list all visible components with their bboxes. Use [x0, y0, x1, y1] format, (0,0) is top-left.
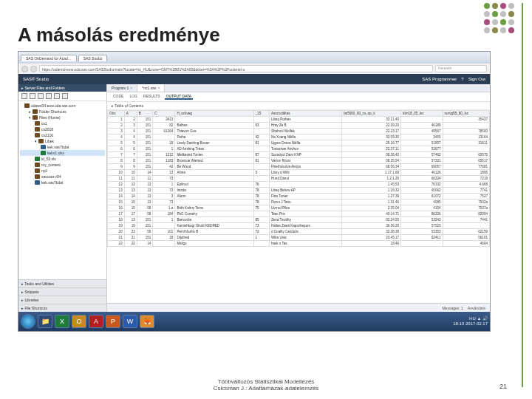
subtab-results[interactable]: RESULTS — [142, 94, 162, 100]
tree-item[interactable]: kek.sas7bdat — [20, 144, 105, 150]
table-row[interactable]: 1615581.aBrith Kalrny Tems75Uvrrud Pilce… — [108, 205, 490, 211]
explorer-icon[interactable]: 📁 — [38, 315, 52, 328]
sas-header: SAS® Studio SAS Programmer ? Sign Out — [18, 74, 490, 84]
browser-tab[interactable]: SAS Studio — [78, 55, 108, 61]
table-row[interactable]: 1414133Aform78Fina Tonier1.27.3961072752… — [108, 194, 490, 200]
table-row[interactable]: 1919151Kamishkogr Shuld KEDRED73Halias Z… — [108, 223, 490, 229]
output-table[interactable]: ObsABCH_szöveg_15Asszociáltaslat5500_60_… — [107, 110, 490, 303]
user-indicator[interactable]: Användare — [468, 306, 485, 310]
help-icon[interactable]: ? — [461, 77, 463, 81]
main-tabs: Program 1× *nc1.sas× — [107, 84, 490, 92]
col-header[interactable]: C — [153, 111, 175, 117]
col-header[interactable]: lat5500_60_cs_sp_ti — [342, 111, 401, 117]
col-header[interactable]: Obs — [108, 111, 125, 117]
col-header[interactable]: A — [124, 111, 137, 117]
tree-item[interactable]: ▾ Libek — [20, 138, 105, 144]
delete-icon[interactable] — [54, 93, 60, 99]
close-icon[interactable]: × — [130, 86, 132, 90]
main-pane: Program 1× *nc1.sas× CODE LOG RESULTS OU… — [107, 84, 490, 312]
tab-program[interactable]: Program 1× — [107, 84, 137, 92]
tree-item[interactable]: my_content — [20, 162, 105, 168]
table-row[interactable]: 10101413Almia3Libsy d Wifii1.17.1.694612… — [108, 170, 490, 176]
table-row[interactable]: 9915142Be WoodFinethosulva Atstya68.56.3… — [108, 164, 490, 170]
sub-tabs: CODE LOG RESULTS OUTPUT DATA — [107, 92, 490, 102]
table-row[interactable]: 11111173Hund Dazol1.2.1.29662247219 — [108, 176, 490, 182]
sidebar-section[interactable]: ▸ Tasks and Utilities — [18, 279, 106, 287]
col-header[interactable]: B — [137, 111, 152, 117]
url-field[interactable]: https://odamid-euw.oda.sas.com/SASStudio… — [39, 65, 433, 72]
sidebar-header[interactable]: ▸ Server Files and Folders — [18, 84, 106, 92]
tab-file[interactable]: *nc1.sas× — [137, 84, 165, 92]
search-field[interactable]: Keresés — [435, 65, 487, 72]
messages-indicator[interactable]: Messages: 1 — [442, 306, 463, 310]
table-row[interactable]: 2315182Balhas63Hray Ze B22.39.2046189 — [108, 123, 490, 129]
back-icon[interactable] — [21, 66, 28, 72]
col-header[interactable]: H_szöveg — [175, 111, 253, 117]
tree-item[interactable]: ▸ Folder Shortcuts — [20, 109, 105, 115]
powerpoint-icon[interactable]: P — [106, 315, 120, 328]
col-header[interactable]: kbn18_05_lsc — [401, 111, 443, 117]
table-row[interactable]: 661511AD Anshing TreasTonaszwe Artvhov22… — [108, 146, 490, 152]
slide-footer: Többváltozós Statisztikai Modellezés Csi… — [0, 378, 532, 392]
sas-role[interactable]: SAS Programmer — [422, 77, 457, 81]
page-number: 21 — [499, 383, 507, 390]
folder-tree: odaws04-euw.oda.sas.com ▸ Folder Shortcu… — [18, 101, 106, 279]
col-header[interactable]: _15 — [253, 111, 269, 117]
tree-item-selected[interactable]: kekv1.xlsx — [20, 150, 105, 156]
tree-item[interactable]: cs2018 — [20, 126, 105, 132]
tree-item[interactable]: cs1 — [20, 120, 105, 126]
system-tray[interactable]: HU ▲ 🔊18:19 2017.02.17 — [453, 316, 488, 326]
table-row[interactable]: 121512413Libay Pothes33.11.4035427 — [108, 117, 490, 123]
refresh-icon[interactable] — [30, 93, 35, 99]
new-icon[interactable] — [21, 93, 27, 99]
firefox-icon[interactable]: 🦊 — [140, 315, 154, 328]
subtab-log[interactable]: LOG — [128, 94, 139, 100]
table-row[interactable]: 202359101Perrzhbuhis B72d Cuallty Cezdol… — [108, 229, 490, 235]
word-icon[interactable]: W — [123, 315, 137, 328]
tree-item[interactable]: cs2116 — [20, 132, 105, 138]
screenshot-window: SAS OnDemand for Acad… SAS Studio https:… — [18, 51, 491, 332]
table-row[interactable]: 5515118Lively Dashing Bosan81Ugyes Drava… — [108, 140, 490, 146]
download-icon[interactable] — [46, 93, 52, 99]
table-row[interactable]: 881511183Browcoe Warned81Varrov Rzost08.… — [108, 158, 490, 164]
upload-icon[interactable] — [38, 93, 44, 99]
tree-item[interactable]: nyd — [20, 168, 105, 174]
props-icon[interactable] — [62, 93, 68, 99]
sidebar-toolbar — [18, 92, 106, 101]
col-header[interactable]: norvg58_60_lsc — [443, 111, 489, 117]
tree-item[interactable]: ▾ Files (Home) — [20, 115, 105, 120]
table-row[interactable]: 771511212Melikazed Tonies87Sozatiyol Zav… — [108, 152, 490, 158]
table-row[interactable]: 222214Msligohask s Tas18.464604 — [108, 241, 490, 247]
sidebar-section[interactable]: ▸ Snippets — [18, 287, 106, 296]
tree-item[interactable]: id_53.xls — [20, 156, 105, 162]
browser-tabbar: SAS OnDemand for Acad… SAS Studio — [18, 52, 490, 64]
outlook-icon[interactable]: O — [72, 315, 86, 328]
excel-icon[interactable]: X — [55, 315, 69, 328]
table-row[interactable]: 13131373Intzda78Libay Belssv AP1.18.3245… — [108, 188, 490, 194]
tree-item[interactable]: sasuser.v94 — [20, 174, 105, 180]
windows-taskbar: 📁 X O A P W 🦊 HU ▲ 🔊18:19 2017.02.17 — [18, 312, 490, 331]
close-icon[interactable]: × — [157, 86, 160, 90]
browser-toolbar: https://odamid-euw.oda.sas.com/SASStudio… — [18, 64, 490, 74]
table-row[interactable]: 18131511Barrovdia85Zena Tsvidhy02.24.555… — [108, 217, 490, 223]
start-button[interactable] — [21, 314, 35, 329]
tree-item[interactable]: kek.sas7bdat — [20, 180, 105, 185]
table-row[interactable]: 171758184PbG ComehyTeac Pris40:14.718622… — [108, 211, 490, 217]
table-row[interactable]: 1515137378Porvo J Tariu1.31.4640857932a — [108, 200, 490, 205]
subtab-code[interactable]: CODE — [112, 94, 125, 100]
sidebar: ▸ Server Files and Folders odaws04-euw.o… — [18, 84, 107, 312]
toc-row[interactable]: ▸ Table of Contents — [107, 102, 490, 110]
forward-icon[interactable] — [30, 66, 37, 72]
tree-root[interactable]: odaws04-euw.oda.sas.com — [20, 103, 105, 109]
sidebar-section[interactable]: ▸ File Shortcuts — [18, 304, 106, 312]
browser-tab[interactable]: SAS OnDemand for Acad… — [21, 55, 77, 61]
col-header[interactable]: Asszociáltas — [269, 111, 341, 117]
table-row[interactable]: 44151Petha42Na Xoang Nikfla33.55.3034551… — [108, 134, 490, 140]
subtab-output[interactable]: OUTPUT DATA — [165, 94, 193, 100]
table-row[interactable]: 3415161264Thievon GueShahvul Wolfek22.23… — [108, 129, 490, 134]
table-row[interactable]: 212115118Dijothed1Wika Uvai23.45.1762411… — [108, 235, 490, 241]
reader-icon[interactable]: A — [89, 315, 103, 328]
signout-button[interactable]: Sign Out — [468, 77, 485, 81]
sidebar-section[interactable]: ▸ Libraries — [18, 296, 106, 304]
table-row[interactable]: 1212131Epilnud761.45.53701324.668 — [108, 182, 490, 188]
